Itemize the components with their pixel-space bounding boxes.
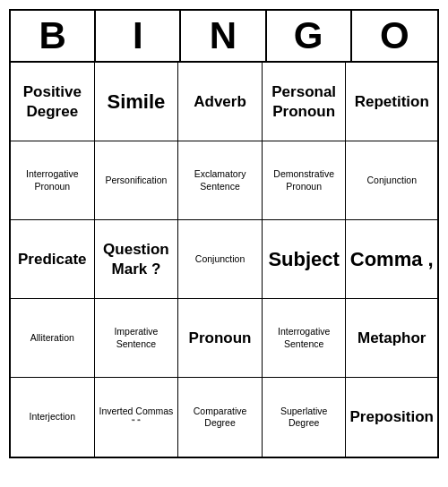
cell-text-21: Inverted Commas “ “ (99, 406, 175, 429)
bingo-cell-13: Subject (263, 220, 347, 299)
bingo-cell-3: Personal Pronoun (263, 63, 347, 141)
bingo-cell-4: Repetition (346, 63, 437, 141)
bingo-card: BINGO Positive DegreeSimileAdverbPersona… (9, 9, 439, 458)
bingo-cell-8: Demonstrative Pronoun (263, 141, 347, 220)
bingo-cell-18: Interrogative Sentence (263, 299, 347, 378)
cell-text-23: Superlative Degree (266, 406, 342, 429)
cell-text-11: Question Mark ? (99, 240, 175, 278)
bingo-cell-0: Positive Degree (11, 63, 95, 141)
cell-text-12: Conjunction (195, 253, 245, 265)
bingo-cell-24: Preposition (346, 378, 437, 457)
cell-text-1: Simile (108, 90, 166, 115)
cell-text-5: Interrogative Pronoun (14, 168, 90, 192)
cell-text-7: Exclamatory Sentence (182, 168, 258, 192)
cell-text-2: Adverb (194, 92, 246, 111)
bingo-letter-g: G (267, 11, 352, 61)
bingo-letter-o: O (352, 11, 437, 61)
bingo-cell-6: Personification (95, 141, 179, 220)
bingo-letter-n: N (181, 11, 266, 61)
cell-text-18: Interrogative Sentence (266, 326, 342, 349)
bingo-cell-5: Interrogative Pronoun (11, 141, 95, 220)
bingo-grid: Positive DegreeSimileAdverbPersonal Pron… (11, 63, 437, 457)
bingo-cell-12: Conjunction (178, 220, 263, 299)
cell-text-3: Personal Pronoun (266, 82, 342, 121)
cell-text-16: Imperative Sentence (99, 326, 175, 349)
cell-text-0: Positive Degree (14, 82, 90, 121)
cell-text-13: Subject (268, 247, 339, 272)
bingo-cell-11: Question Mark ? (95, 220, 179, 299)
bingo-cell-1: Simile (95, 63, 179, 141)
bingo-cell-17: Pronoun (178, 299, 263, 378)
bingo-header: BINGO (11, 11, 437, 63)
bingo-cell-21: Inverted Commas “ “ (95, 378, 179, 457)
bingo-cell-9: Conjunction (346, 141, 437, 220)
bingo-cell-16: Imperative Sentence (95, 299, 179, 378)
cell-text-10: Predicate (18, 250, 87, 269)
cell-text-14: Comma , (350, 247, 434, 272)
cell-text-24: Preposition (349, 407, 434, 426)
cell-text-22: Comparative Degree (182, 406, 258, 429)
cell-text-15: Alliteration (30, 332, 74, 344)
cell-text-4: Repetition (355, 92, 429, 111)
bingo-cell-15: Alliteration (11, 299, 95, 378)
bingo-cell-14: Comma , (346, 220, 437, 299)
bingo-cell-20: Interjection (11, 378, 95, 457)
bingo-cell-7: Exclamatory Sentence (178, 141, 263, 220)
cell-text-6: Personification (105, 175, 167, 186)
bingo-cell-19: Metaphor (346, 299, 437, 378)
bingo-cell-2: Adverb (178, 63, 263, 141)
cell-text-20: Interjection (30, 411, 75, 423)
cell-text-17: Pronoun (189, 329, 252, 347)
bingo-letter-i: I (96, 11, 181, 61)
cell-text-9: Conjunction (367, 175, 417, 186)
bingo-cell-22: Comparative Degree (178, 378, 263, 457)
cell-text-8: Demonstrative Pronoun (266, 168, 342, 192)
cell-text-19: Metaphor (358, 329, 426, 347)
bingo-cell-23: Superlative Degree (263, 378, 347, 457)
bingo-letter-b: B (11, 11, 96, 61)
bingo-cell-10: Predicate (11, 220, 95, 299)
